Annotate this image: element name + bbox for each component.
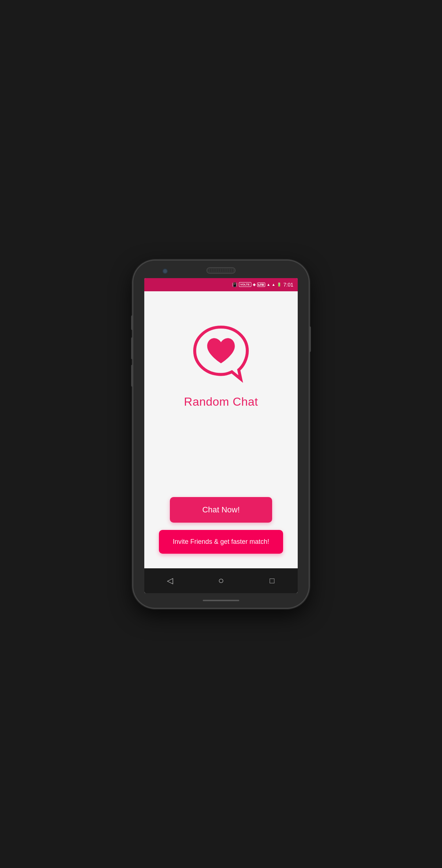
volte-badge: VOLTE <box>239 282 251 287</box>
app-logo-icon <box>188 321 254 386</box>
chat-now-button[interactable]: Chat Now! <box>170 497 272 523</box>
status-time: 7:01 <box>283 282 293 288</box>
back-button[interactable]: ◁ <box>163 573 177 588</box>
battery-icon: 🔋 <box>277 283 281 287</box>
phone-screen: 📳 VOLTE ◈ LTE ▲ ▲ 🔋 7:01 R <box>144 278 298 593</box>
volume-down-button <box>131 337 133 359</box>
status-bar: 📳 VOLTE ◈ LTE ▲ ▲ 🔋 7:01 <box>144 278 298 291</box>
phone-top <box>133 261 309 278</box>
buttons-area: Chat Now! Invite Friends & get faster ma… <box>155 497 287 554</box>
status-icons-left: 📳 VOLTE ◈ LTE ▲ ▲ 🔋 <box>232 282 281 287</box>
invite-friends-button[interactable]: Invite Friends & get faster match! <box>159 530 283 554</box>
recents-button[interactable]: □ <box>265 573 279 588</box>
front-camera-icon <box>163 269 168 274</box>
wifi-icon: ◈ <box>253 283 256 287</box>
lte-icon: LTE <box>257 283 265 287</box>
phone-bottom <box>203 593 239 608</box>
volume-up-button <box>131 315 133 330</box>
app-title: Random Chat <box>184 395 258 409</box>
phone-device: 📳 VOLTE ◈ LTE ▲ ▲ 🔋 7:01 R <box>133 261 309 608</box>
speaker-grill <box>206 267 236 274</box>
logo-area: Random Chat <box>184 321 258 409</box>
app-content: Random Chat Chat Now! Invite Friends & g… <box>144 291 298 568</box>
home-button[interactable]: ○ <box>214 573 228 588</box>
signal-icon-2: ▲ <box>272 283 275 287</box>
vibrate-icon: 📳 <box>232 282 237 287</box>
home-indicator <box>203 600 239 601</box>
silent-button <box>131 365 133 387</box>
nav-bar: ◁ ○ □ <box>144 568 298 593</box>
signal-icon-1: ▲ <box>267 283 270 287</box>
power-button <box>309 326 311 352</box>
